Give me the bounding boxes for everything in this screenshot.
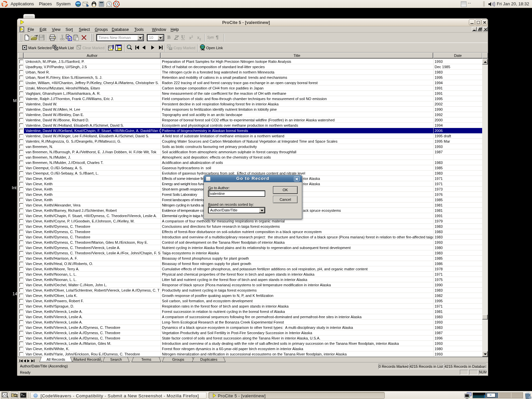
- svg-text:Terms: Terms: [141, 357, 151, 361]
- svg-text:Groups: Groups: [172, 357, 185, 361]
- svg-text:Marked Records: Marked Records: [74, 357, 101, 361]
- svg-text:Duplicates: Duplicates: [200, 357, 217, 361]
- svg-text:Search: Search: [110, 357, 122, 361]
- svg-text:All Records: All Records: [47, 357, 66, 361]
